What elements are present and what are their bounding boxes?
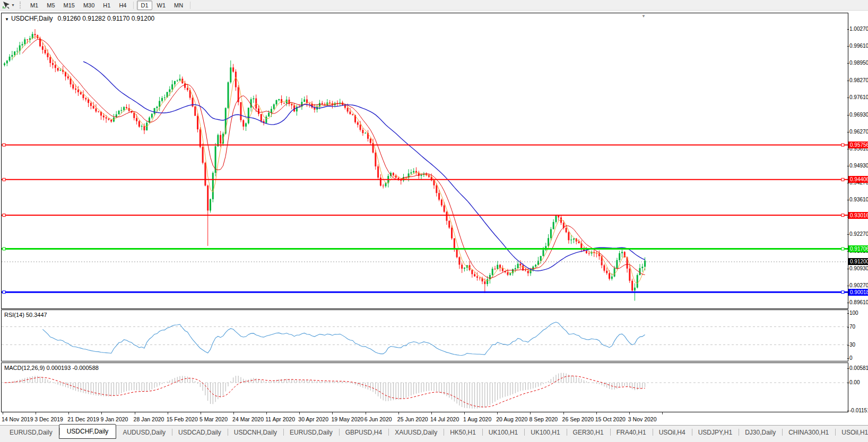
chart-tab-gbpusd[interactable]: GBPUSD,H4 [339, 426, 388, 439]
candle-body [566, 228, 567, 232]
candle-body [164, 98, 166, 98]
candle-body [276, 100, 277, 104]
candle-body [322, 103, 323, 104]
chart-tab-usdcad[interactable]: USDCAD,Daily [172, 426, 228, 439]
price-chart-canvas[interactable] [2, 13, 848, 308]
candle-body [451, 228, 453, 238]
date-axis-label: 15 Feb 2020 [167, 416, 198, 422]
date-axis-label: 20 Aug 2020 [496, 416, 527, 422]
candle-body [438, 193, 440, 200]
candle-body [169, 90, 170, 92]
candle-body [14, 51, 15, 55]
date-axis-label: 1 Aug 2020 [463, 416, 491, 422]
candle-body [126, 107, 127, 108]
timeframe-button-h1[interactable]: H1 [99, 1, 114, 10]
chart-tab-fra40[interactable]: FRA40,H1 [610, 426, 653, 439]
chart-tab-audusd[interactable]: AUDUSD,Daily [116, 426, 172, 439]
chart-tab-usdjpy[interactable]: USDJPY,H1 [692, 426, 739, 439]
crosshair-tool-icon[interactable] [2, 1, 11, 9]
chart-tab-usoil[interactable]: USOil,H4 [653, 426, 692, 439]
chart-tab-usdchf[interactable]: USDCHF,Daily [59, 424, 117, 439]
candle-body [253, 99, 254, 100]
line-drag-handle[interactable] [3, 214, 5, 217]
candle-body [156, 107, 158, 108]
candle-body [90, 103, 92, 106]
macd-chart-canvas[interactable] [2, 363, 848, 412]
candle-body [461, 264, 463, 268]
chart-tab-uk100[interactable]: UK100,H1 [482, 426, 524, 439]
candle-body [11, 55, 13, 57]
price-axis-label: 0.90930 [849, 266, 868, 272]
line-drag-handle[interactable] [3, 247, 5, 250]
candle-body [494, 269, 496, 269]
candle-body [136, 118, 137, 121]
candle-body [456, 249, 458, 258]
chart-shift-marker-icon[interactable]: ▼ [641, 14, 646, 19]
candle-body [22, 44, 23, 45]
line-drag-handle[interactable] [841, 178, 844, 181]
timeframe-button-m30[interactable]: M30 [80, 1, 98, 10]
candle-body [95, 109, 97, 112]
timeframe-button-w1[interactable]: W1 [153, 1, 170, 10]
timeframe-button-m15[interactable]: M15 [60, 1, 79, 10]
candle-body [530, 270, 532, 273]
line-drag-handle[interactable] [3, 291, 5, 294]
candle-body [319, 103, 320, 106]
price-axis-label: 0.89610 [849, 299, 868, 306]
timeframe-button-mn[interactable]: MN [170, 1, 187, 10]
rsi-chart-canvas[interactable] [2, 310, 848, 361]
candle-body [151, 114, 153, 118]
timeframe-button-m5[interactable]: M5 [43, 1, 58, 10]
candle-body [27, 39, 28, 40]
candle-body [283, 103, 285, 103]
candle-body [364, 133, 366, 134]
collapse-icon[interactable]: ▼ [5, 17, 9, 22]
candle-body [507, 272, 508, 275]
chart-tab-xauusd[interactable]: XAUUSD,Daily [388, 426, 444, 439]
ma-mid-line [22, 39, 645, 278]
chart-tab-hk50[interactable]: HK50,H1 [444, 426, 482, 439]
price-axis-label: 0.92270 [849, 231, 868, 237]
line-drag-handle[interactable] [841, 247, 844, 250]
candle-body [448, 221, 450, 228]
line-drag-handle[interactable] [841, 214, 844, 217]
chart-tab-china300[interactable]: CHINA300,H1 [782, 426, 835, 439]
price-axis-label: 0.98950 [849, 60, 868, 66]
chart-tab-usoil[interactable]: USOil,H1 [835, 426, 868, 439]
chart-tab-uk100[interactable]: UK100,H1 [524, 426, 566, 439]
candle-body [161, 98, 163, 101]
candle-body [88, 100, 89, 103]
chart-tab-eurusd[interactable]: EURUSD,Daily [283, 426, 339, 439]
date-axis-label: 25 Jun 2020 [397, 416, 428, 422]
candle-body [240, 102, 241, 120]
candle-body [433, 180, 435, 185]
candle-body [474, 274, 475, 276]
line-drag-handle[interactable] [3, 144, 5, 146]
chart-tab-usdcnh[interactable]: USDCNH,Daily [228, 426, 283, 439]
candle-body [535, 265, 536, 267]
tool-dropdown-caret-icon[interactable]: ▼ [11, 3, 15, 7]
date-axis-label: 28 Jan 2020 [134, 416, 164, 422]
timeframe-button-m1[interactable]: M1 [27, 1, 42, 10]
candle-body [16, 51, 18, 51]
date-axis-label: 24 Mar 2020 [232, 416, 264, 422]
chart-tab-ger30[interactable]: GER30,H1 [567, 426, 610, 439]
macd-indicator-label: MACD(12,26,9) 0.000193 -0.000588 [4, 365, 99, 371]
time-axis[interactable]: 14 Nov 20193 Dec 201921 Dec 20199 Jan 20… [0, 416, 847, 423]
line-drag-handle[interactable] [841, 144, 844, 146]
timeframe-button-d1[interactable]: D1 [137, 1, 152, 10]
candle-body [309, 103, 310, 104]
line-drag-handle[interactable] [3, 178, 5, 181]
line-drag-handle[interactable] [841, 291, 844, 294]
chart-tab-dj30[interactable]: DJ30,Daily [739, 426, 782, 439]
candle-body [609, 273, 610, 279]
chart-tab-eurusd[interactable]: EURUSD,Daily [3, 426, 59, 439]
candle-body [70, 78, 72, 84]
candle-body [586, 251, 587, 253]
candle-body [616, 260, 618, 268]
candle-body [568, 232, 569, 240]
timeframe-button-h4[interactable]: H4 [115, 1, 130, 10]
rsi-pane: RSI(14) 50.3447 [1, 310, 848, 361]
date-axis-label: 15 Oct 2020 [595, 416, 626, 422]
candle-body [375, 153, 376, 166]
